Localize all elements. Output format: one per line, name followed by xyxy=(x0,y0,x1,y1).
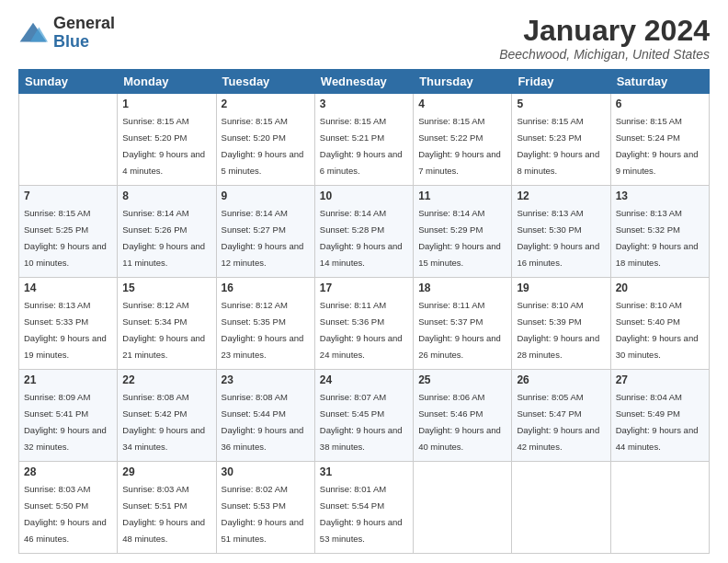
day-info: Sunrise: 8:12 AMSunset: 5:35 PMDaylight:… xyxy=(222,300,304,360)
day-number: 18 xyxy=(418,282,506,294)
day-info: Sunrise: 8:12 AMSunset: 5:34 PMDaylight:… xyxy=(122,300,205,360)
day-number: 13 xyxy=(616,190,704,202)
title-block: January 2024 Beechwood, Michigan, United… xyxy=(499,15,710,62)
logo-general-label: General xyxy=(53,15,115,33)
day-info: Sunrise: 8:03 AMSunset: 5:50 PMDaylight:… xyxy=(24,484,107,544)
table-row: 17 Sunrise: 8:11 AMSunset: 5:36 PMDaylig… xyxy=(314,278,413,370)
day-number: 20 xyxy=(616,282,704,294)
day-number: 10 xyxy=(320,190,408,202)
logo: General Blue xyxy=(18,15,115,52)
day-number: 2 xyxy=(222,98,310,110)
day-info: Sunrise: 8:15 AMSunset: 5:21 PMDaylight:… xyxy=(320,116,403,176)
day-number: 23 xyxy=(222,373,310,386)
table-row: 10 Sunrise: 8:14 AMSunset: 5:28 PMDaylig… xyxy=(314,186,413,278)
day-info: Sunrise: 8:11 AMSunset: 5:36 PMDaylight:… xyxy=(320,300,403,360)
month-title: January 2024 xyxy=(499,15,710,47)
table-row: 14 Sunrise: 8:13 AMSunset: 5:33 PMDaylig… xyxy=(19,278,118,370)
day-info: Sunrise: 8:08 AMSunset: 5:42 PMDaylight:… xyxy=(122,392,205,452)
day-info: Sunrise: 8:02 AMSunset: 5:53 PMDaylight:… xyxy=(222,484,304,544)
day-number: 7 xyxy=(24,190,112,202)
day-number: 4 xyxy=(418,98,506,110)
table-row: 8 Sunrise: 8:14 AMSunset: 5:26 PMDayligh… xyxy=(118,186,216,278)
day-info: Sunrise: 8:14 AMSunset: 5:26 PMDaylight:… xyxy=(122,208,205,268)
table-row xyxy=(512,462,610,554)
day-info: Sunrise: 8:15 AMSunset: 5:20 PMDaylight:… xyxy=(122,116,205,176)
table-row: 29 Sunrise: 8:03 AMSunset: 5:51 PMDaylig… xyxy=(118,462,216,554)
calendar-week-5: 28 Sunrise: 8:03 AMSunset: 5:50 PMDaylig… xyxy=(19,462,710,554)
day-number: 25 xyxy=(418,373,506,386)
table-row: 1 Sunrise: 8:15 AMSunset: 5:20 PMDayligh… xyxy=(118,94,216,186)
table-row: 21 Sunrise: 8:09 AMSunset: 5:41 PMDaylig… xyxy=(19,370,118,462)
day-number: 24 xyxy=(320,373,408,386)
day-number: 31 xyxy=(320,465,408,478)
day-number: 6 xyxy=(616,98,704,110)
day-info: Sunrise: 8:15 AMSunset: 5:25 PMDaylight:… xyxy=(24,208,107,268)
day-number: 28 xyxy=(24,465,112,478)
day-number: 16 xyxy=(222,282,310,294)
day-info: Sunrise: 8:14 AMSunset: 5:27 PMDaylight:… xyxy=(222,208,304,268)
table-row: 23 Sunrise: 8:08 AMSunset: 5:44 PMDaylig… xyxy=(216,370,314,462)
day-number: 15 xyxy=(122,282,210,294)
col-saturday: Saturday xyxy=(610,70,709,94)
col-friday: Friday xyxy=(512,70,610,94)
col-tuesday: Tuesday xyxy=(216,70,314,94)
day-info: Sunrise: 8:13 AMSunset: 5:30 PMDaylight:… xyxy=(517,208,599,268)
table-row: 5 Sunrise: 8:15 AMSunset: 5:23 PMDayligh… xyxy=(512,94,610,186)
day-info: Sunrise: 8:03 AMSunset: 5:51 PMDaylight:… xyxy=(122,484,205,544)
table-row: 13 Sunrise: 8:13 AMSunset: 5:32 PMDaylig… xyxy=(610,186,709,278)
table-row: 31 Sunrise: 8:01 AMSunset: 5:54 PMDaylig… xyxy=(314,462,413,554)
day-info: Sunrise: 8:04 AMSunset: 5:49 PMDaylight:… xyxy=(616,392,699,452)
day-info: Sunrise: 8:15 AMSunset: 5:24 PMDaylight:… xyxy=(616,116,699,176)
table-row: 18 Sunrise: 8:11 AMSunset: 5:37 PMDaylig… xyxy=(414,278,512,370)
calendar-table: Sunday Monday Tuesday Wednesday Thursday… xyxy=(18,69,710,554)
calendar-header-row: Sunday Monday Tuesday Wednesday Thursday… xyxy=(19,70,710,94)
day-info: Sunrise: 8:06 AMSunset: 5:46 PMDaylight:… xyxy=(418,392,501,452)
day-number: 8 xyxy=(122,190,210,202)
table-row: 20 Sunrise: 8:10 AMSunset: 5:40 PMDaylig… xyxy=(610,278,709,370)
day-number: 14 xyxy=(24,282,112,294)
day-info: Sunrise: 8:07 AMSunset: 5:45 PMDaylight:… xyxy=(320,392,403,452)
day-number: 1 xyxy=(122,98,210,110)
table-row: 2 Sunrise: 8:15 AMSunset: 5:20 PMDayligh… xyxy=(216,94,314,186)
day-number: 26 xyxy=(517,373,605,386)
day-info: Sunrise: 8:15 AMSunset: 5:20 PMDaylight:… xyxy=(222,116,304,176)
table-row: 7 Sunrise: 8:15 AMSunset: 5:25 PMDayligh… xyxy=(19,186,118,278)
table-row: 27 Sunrise: 8:04 AMSunset: 5:49 PMDaylig… xyxy=(610,370,709,462)
day-info: Sunrise: 8:01 AMSunset: 5:54 PMDaylight:… xyxy=(320,484,403,544)
day-number: 11 xyxy=(418,190,506,202)
table-row: 24 Sunrise: 8:07 AMSunset: 5:45 PMDaylig… xyxy=(314,370,413,462)
day-number: 5 xyxy=(517,98,605,110)
day-number: 17 xyxy=(320,282,408,294)
table-row: 12 Sunrise: 8:13 AMSunset: 5:30 PMDaylig… xyxy=(512,186,610,278)
day-number: 29 xyxy=(122,465,210,478)
table-row: 4 Sunrise: 8:15 AMSunset: 5:22 PMDayligh… xyxy=(414,94,512,186)
day-info: Sunrise: 8:15 AMSunset: 5:22 PMDaylight:… xyxy=(418,116,501,176)
calendar-week-3: 14 Sunrise: 8:13 AMSunset: 5:33 PMDaylig… xyxy=(19,278,710,370)
day-info: Sunrise: 8:10 AMSunset: 5:39 PMDaylight:… xyxy=(517,300,599,360)
day-info: Sunrise: 8:15 AMSunset: 5:23 PMDaylight:… xyxy=(517,116,599,176)
table-row: 28 Sunrise: 8:03 AMSunset: 5:50 PMDaylig… xyxy=(19,462,118,554)
day-number: 30 xyxy=(222,465,310,478)
table-row: 19 Sunrise: 8:10 AMSunset: 5:39 PMDaylig… xyxy=(512,278,610,370)
table-row: 15 Sunrise: 8:12 AMSunset: 5:34 PMDaylig… xyxy=(118,278,216,370)
page: General Blue January 2024 Beechwood, Mic… xyxy=(0,0,728,563)
table-row: 16 Sunrise: 8:12 AMSunset: 5:35 PMDaylig… xyxy=(216,278,314,370)
day-number: 22 xyxy=(122,373,210,386)
location: Beechwood, Michigan, United States xyxy=(499,47,710,62)
calendar-week-2: 7 Sunrise: 8:15 AMSunset: 5:25 PMDayligh… xyxy=(19,186,710,278)
day-info: Sunrise: 8:13 AMSunset: 5:32 PMDaylight:… xyxy=(616,208,699,268)
col-thursday: Thursday xyxy=(414,70,512,94)
table-row: 22 Sunrise: 8:08 AMSunset: 5:42 PMDaylig… xyxy=(118,370,216,462)
col-monday: Monday xyxy=(118,70,216,94)
table-row xyxy=(19,94,118,186)
day-info: Sunrise: 8:13 AMSunset: 5:33 PMDaylight:… xyxy=(24,300,107,360)
day-info: Sunrise: 8:05 AMSunset: 5:47 PMDaylight:… xyxy=(517,392,599,452)
table-row: 9 Sunrise: 8:14 AMSunset: 5:27 PMDayligh… xyxy=(216,186,314,278)
day-info: Sunrise: 8:09 AMSunset: 5:41 PMDaylight:… xyxy=(24,392,107,452)
day-number: 12 xyxy=(517,190,605,202)
header: General Blue January 2024 Beechwood, Mic… xyxy=(18,15,710,62)
table-row: 30 Sunrise: 8:02 AMSunset: 5:53 PMDaylig… xyxy=(216,462,314,554)
day-info: Sunrise: 8:10 AMSunset: 5:40 PMDaylight:… xyxy=(616,300,699,360)
table-row: 26 Sunrise: 8:05 AMSunset: 5:47 PMDaylig… xyxy=(512,370,610,462)
logo-text: General Blue xyxy=(53,15,115,52)
